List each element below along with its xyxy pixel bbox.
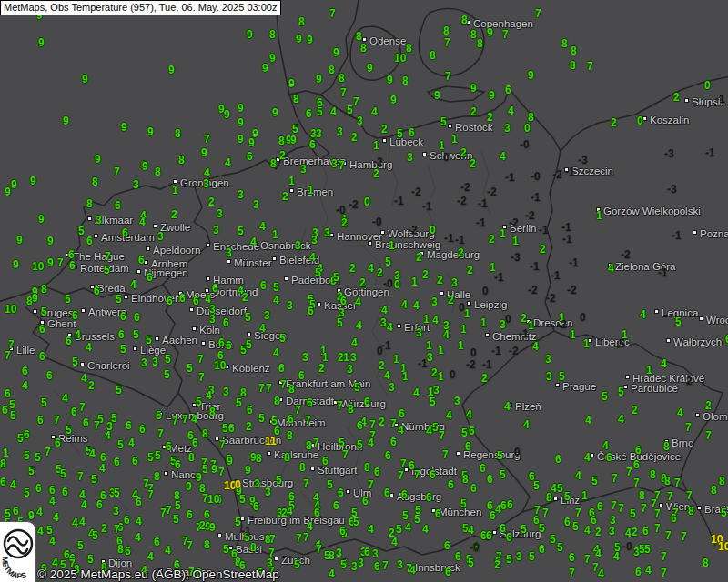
temp-value: 5 <box>402 511 409 520</box>
temp-value: 1 <box>343 353 349 362</box>
temp-value: 3 <box>152 357 158 366</box>
temp-value: 5 <box>165 355 171 364</box>
temp-value: 8 <box>650 470 656 479</box>
temp-value: 3 <box>451 278 458 287</box>
temp-value: 6 <box>138 256 145 265</box>
temp-value: 4 <box>329 569 335 578</box>
temp-value: 2 <box>487 113 493 122</box>
temp-value: 4 <box>81 500 87 509</box>
temp-value: 4 <box>368 438 374 447</box>
temp-value: 8 <box>92 177 98 186</box>
temp-value: 8 <box>178 156 185 165</box>
temp-value: 7 <box>269 535 276 544</box>
temp-value: 6 <box>606 453 612 462</box>
temp-value: -1 <box>672 231 682 240</box>
temp-value: 4 <box>37 527 44 536</box>
temp-value: 4 <box>273 348 279 357</box>
temp-value: -3 <box>667 185 677 194</box>
temp-value: 6 <box>357 421 363 430</box>
temp-value: 0 <box>482 286 489 296</box>
temp-value: 2 <box>318 364 325 373</box>
temp-value: 6 <box>192 438 198 447</box>
temp-value: 2 <box>467 266 473 275</box>
temp-value: 5 <box>550 535 556 544</box>
temp-value: 6 <box>187 510 193 519</box>
temp-value: 7 <box>54 416 60 425</box>
temp-value: 6 <box>339 527 346 536</box>
temp-value: 4 <box>356 321 362 330</box>
temp-value: 2 <box>460 148 467 157</box>
temp-value: 1 <box>512 236 519 246</box>
temp-value: -1 <box>394 196 404 206</box>
temp-value: 7 <box>400 459 407 468</box>
temp-value: 6 <box>338 488 344 497</box>
temp-value: 5 <box>644 545 651 554</box>
temp-value: 7 <box>445 72 451 81</box>
temp-value: 6 <box>223 318 229 327</box>
temp-value: 0 <box>394 280 400 289</box>
temp-value: 3 <box>133 180 139 189</box>
temp-value: 5 <box>117 440 124 449</box>
temp-value: 6 <box>66 336 72 346</box>
temp-value: 5 <box>339 438 345 447</box>
temp-value: 10 <box>32 262 44 271</box>
temp-value: 8 <box>175 129 181 138</box>
temp-value: 8 <box>250 543 257 552</box>
map-title: MetMaps, Obs Temperature (957), Tue, 06.… <box>0 0 281 15</box>
temp-value: 1 <box>423 315 430 324</box>
temp-value: 1 <box>500 229 506 238</box>
temp-value: -2 <box>621 250 631 259</box>
temp-value: 5 <box>24 451 30 460</box>
temp-value: 2 <box>611 118 617 127</box>
temp-value: 2 <box>521 314 527 323</box>
temp-value: -0 <box>372 217 382 226</box>
temp-value: 5 <box>202 465 208 474</box>
temp-value: -3 <box>664 149 674 158</box>
temp-value: 2 <box>279 151 286 160</box>
temp-value: 5 <box>385 257 391 266</box>
temp-value: 6 <box>374 467 380 477</box>
temp-value: 1 <box>272 230 278 239</box>
temp-value: -2 <box>487 187 497 196</box>
temp-value: 2 <box>481 374 488 383</box>
temp-value: 7 <box>172 416 178 426</box>
temp-value: 4 <box>468 526 474 535</box>
temp-value: 3 <box>217 209 223 218</box>
temp-value: 3 <box>347 365 353 374</box>
temp-value: 5 <box>92 531 98 540</box>
temp-value: 4 <box>595 549 602 558</box>
temp-value: 4 <box>36 507 43 517</box>
temp-value: 3 <box>157 232 164 241</box>
temp-value: 5 <box>276 476 282 485</box>
temp-value: 1 <box>451 135 458 144</box>
temp-value: 10 <box>394 54 406 63</box>
temp-value: 5 <box>564 492 571 501</box>
temp-value: 1 <box>439 141 445 150</box>
temp-value: 7 <box>444 38 450 47</box>
temp-value: 6 <box>309 140 316 149</box>
temp-value: 2 <box>431 368 438 377</box>
temp-value: 5 <box>315 268 321 277</box>
temp-value: 7 <box>542 508 549 517</box>
temp-value: 6 <box>500 501 507 510</box>
temp-value: 7 <box>369 420 376 429</box>
temp-value: 2 <box>673 93 680 102</box>
temp-value: 4 <box>287 507 293 516</box>
temp-value: 8 <box>284 453 290 462</box>
temp-value: 4 <box>401 300 408 309</box>
temp-value: 3 <box>454 396 460 406</box>
temp-value: 1 <box>646 366 652 375</box>
temp-value: 8 <box>274 396 280 406</box>
temp-value: 7 <box>584 555 591 564</box>
temp-value: 8 <box>571 46 577 55</box>
temp-value: 8 <box>430 51 436 60</box>
temp-value: -2 <box>552 170 562 179</box>
temp-value: -1 <box>530 262 540 271</box>
temp-value: 4 <box>368 264 374 273</box>
weather-map[interactable]: OdenseCopenhagenLübeckRostockSchwerinBre… <box>0 0 728 582</box>
temp-value: 2 <box>246 422 252 431</box>
temp-value: 5 <box>440 117 447 126</box>
temp-value: 6 <box>362 497 369 506</box>
temp-value: 7 <box>641 504 647 513</box>
temp-value: 7 <box>204 135 210 144</box>
